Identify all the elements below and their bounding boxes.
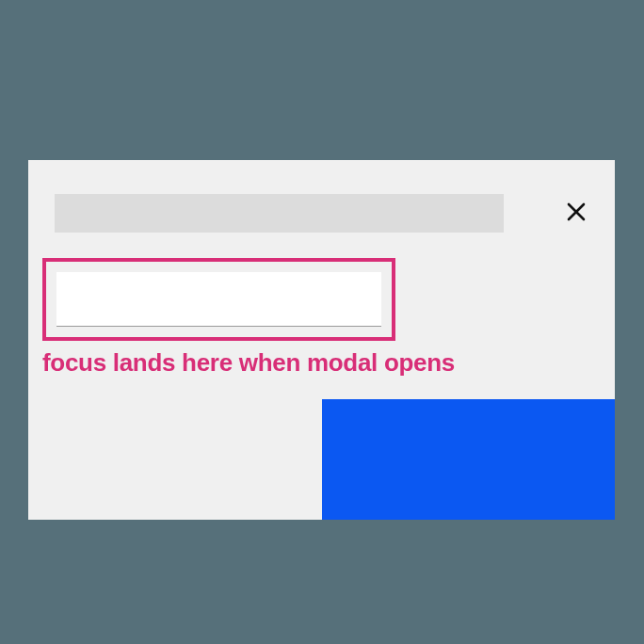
close-button[interactable] xyxy=(557,194,595,232)
close-icon xyxy=(565,201,588,226)
modal-dialog: focus lands here when modal opens xyxy=(28,160,615,520)
focus-annotation: focus lands here when modal opens xyxy=(42,348,455,378)
primary-action-button[interactable] xyxy=(322,399,615,520)
modal-text-input[interactable] xyxy=(56,272,381,327)
modal-title-placeholder xyxy=(55,194,504,233)
focus-ring xyxy=(42,258,395,341)
